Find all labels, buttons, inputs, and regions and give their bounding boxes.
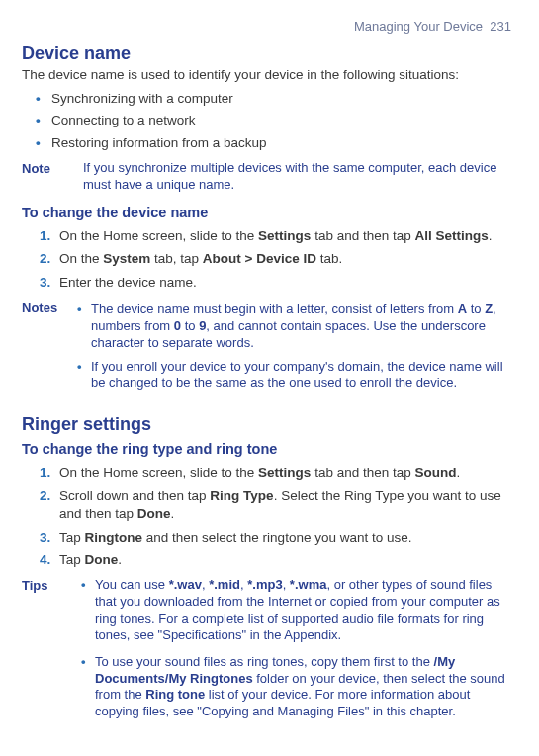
notes-label: Notes [22, 299, 65, 400]
section-device-name-title: Device name [22, 42, 511, 65]
step-item: 2. Scroll down and then tap Ring Type. S… [40, 487, 511, 523]
step-number: 2. [40, 250, 50, 268]
section-ringer-settings-title: Ringer settings [22, 412, 511, 436]
step-number: 2. [40, 487, 50, 505]
subhead-change-device-name: To change the device name [22, 204, 511, 223]
step-text: Tap Ringtone and then select the rington… [59, 530, 411, 545]
subhead-change-ring-type: To change the ring type and ring tone [22, 440, 511, 460]
step-item: 1. On the Home screen, slide to the Sett… [40, 464, 511, 482]
step-item: 3. Tap Ringtone and then select the ring… [40, 529, 511, 546]
step-item: 2. On the System tab, tap About > Device… [40, 250, 511, 268]
step-text: On the Home screen, slide to the Setting… [59, 228, 493, 243]
notes-item: If you enroll your device to your compan… [77, 359, 511, 392]
list-item: Synchronizing with a computer [36, 90, 511, 108]
device-name-situations-list: Synchronizing with a computer Connecting… [22, 90, 511, 152]
step-number: 3. [40, 529, 50, 546]
step-item: 3. Enter the device name. [40, 274, 511, 292]
list-item: Connecting to a network [36, 112, 511, 129]
device-name-intro: The device name is used to identify your… [22, 66, 511, 84]
step-text: Scroll down and then tap Ring Type. Sele… [59, 488, 501, 521]
step-number: 1. [40, 227, 50, 245]
change-ring-steps: 1. On the Home screen, slide to the Sett… [22, 464, 511, 569]
list-item: Restoring information from a backup [36, 134, 511, 152]
chapter-title: Managing Your Device [354, 19, 483, 34]
tips-item: You can use *.wav, *.mid, *.mp3, *.wma, … [81, 577, 511, 644]
notes-body: The device name must begin with a letter… [77, 299, 511, 400]
note-body: If you synchronize multiple devices with… [83, 160, 511, 194]
notes-block: Notes The device name must begin with a … [22, 299, 511, 400]
note-block: Note If you synchronize multiple devices… [22, 160, 511, 194]
notes-item: The device name must begin with a letter… [77, 301, 511, 352]
tips-label: Tips [22, 577, 61, 730]
step-text: Tap Done. [59, 552, 122, 567]
page-number: 231 [490, 19, 511, 34]
tips-block: Tips You can use *.wav, *.mid, *.mp3, *.… [22, 577, 511, 730]
change-device-name-steps: 1. On the Home screen, slide to the Sett… [22, 227, 511, 292]
step-item: 4. Tap Done. [40, 551, 511, 569]
step-number: 3. [40, 274, 50, 292]
step-text: On the Home screen, slide to the Setting… [59, 465, 460, 480]
step-text: On the System tab, tap About > Device ID… [59, 251, 342, 266]
page-header: Managing Your Device 231 [22, 18, 511, 36]
tips-body: You can use *.wav, *.mid, *.mp3, *.wma, … [81, 577, 511, 730]
step-number: 4. [40, 551, 50, 569]
step-text: Enter the device name. [59, 275, 197, 290]
step-item: 1. On the Home screen, slide to the Sett… [40, 227, 511, 245]
step-number: 1. [40, 464, 50, 482]
tips-item: To use your sound files as ring tones, c… [81, 654, 511, 721]
note-label: Note [22, 160, 65, 194]
